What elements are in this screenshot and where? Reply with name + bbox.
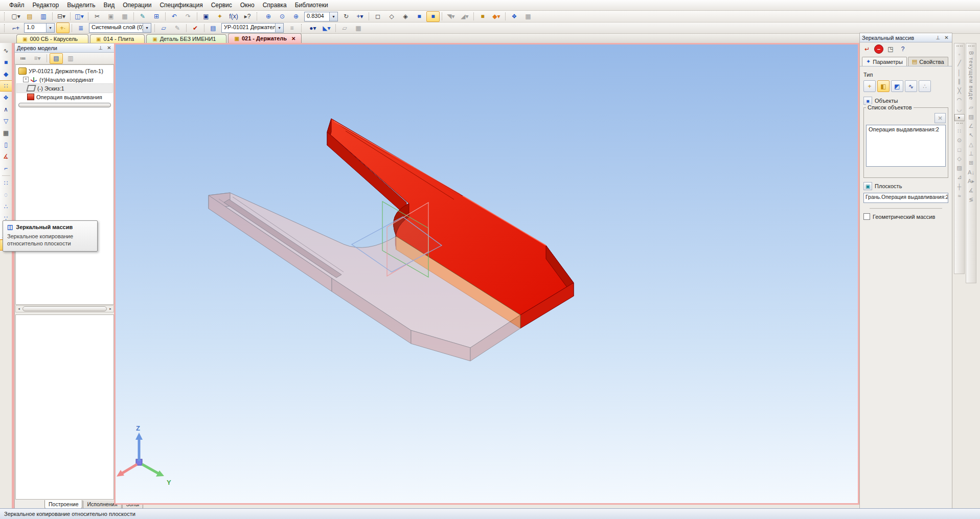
delete-object-button[interactable]: ✕ bbox=[935, 113, 946, 123]
display-hidden-thin-button[interactable]: ◈ bbox=[399, 11, 412, 22]
triangle-check-icon[interactable]: △ bbox=[967, 140, 976, 149]
pan-view-button[interactable]: +▾ bbox=[353, 11, 367, 22]
filter-icon[interactable]: ▽ bbox=[0, 116, 13, 127]
fx-button[interactable]: f(x) bbox=[227, 11, 240, 22]
tree-item-sketch[interactable]: (-) Эскиз:1 bbox=[17, 84, 112, 93]
tree-extra-button[interactable]: ▥ bbox=[64, 53, 77, 64]
type-mirror-operation-button[interactable]: ◩ bbox=[891, 80, 903, 92]
parallel-tool-icon[interactable]: ∥ bbox=[955, 77, 964, 86]
surfaces-icon[interactable]: ❖ bbox=[0, 92, 13, 103]
rebuild-button[interactable]: ❖ bbox=[508, 11, 521, 22]
fillet-tool-icon[interactable]: ◡ bbox=[955, 105, 964, 114]
arc-tool-icon[interactable]: ◠ bbox=[955, 96, 964, 104]
text-angle-icon[interactable]: A▸ bbox=[967, 177, 976, 186]
tree-item-extrusion[interactable]: Операция выдавливания bbox=[17, 93, 112, 101]
measure-icon[interactable]: ∡ bbox=[0, 151, 13, 162]
tree-structure-button[interactable]: ≔ bbox=[16, 53, 30, 64]
check-document-button[interactable]: ✔ bbox=[189, 22, 202, 33]
point-tool-icon[interactable]: ◦ bbox=[955, 50, 964, 58]
hide-components-button[interactable]: ◥▾ bbox=[444, 11, 458, 22]
spline-tool-icon[interactable]: ∿ bbox=[0, 45, 13, 56]
paste-button[interactable]: ▦ bbox=[118, 11, 131, 22]
doc-tab-plita[interactable]: ▣ 014 - Плита bbox=[90, 34, 145, 43]
type-snap-button[interactable]: + bbox=[863, 80, 876, 92]
tab-parameters[interactable]: ✦ Параметры bbox=[862, 57, 907, 66]
tree-composition-button[interactable]: ▤ bbox=[50, 53, 63, 64]
face-icon[interactable]: ◆ bbox=[0, 69, 13, 80]
3d-viewport-scene[interactable]: Z X Y bbox=[116, 44, 858, 503]
cross-tool-icon[interactable]: ┼ bbox=[955, 182, 964, 191]
normal-to-button[interactable]: ◣▾ bbox=[320, 22, 333, 33]
model-list-button[interactable]: ≡ bbox=[285, 22, 299, 33]
display-shaded-button[interactable]: ■ bbox=[413, 11, 426, 22]
array-along-curve-icon[interactable]: ∴ bbox=[0, 201, 13, 212]
circle-tool-icon[interactable]: ⊙ bbox=[955, 136, 964, 145]
pin-icon[interactable]: ⊥ bbox=[97, 45, 104, 51]
menu-libraries[interactable]: Библиотеки bbox=[291, 1, 332, 10]
frame-dimension-icon[interactable]: ⊞ bbox=[967, 159, 976, 167]
menu-service[interactable]: Сервис bbox=[207, 1, 236, 10]
arrays-category-button[interactable]: ∷ bbox=[0, 80, 13, 92]
scroll-left-icon[interactable]: ◂ bbox=[16, 307, 22, 311]
notebook-icon[interactable]: ▯ bbox=[0, 139, 13, 150]
zoom-by-frame-button[interactable]: ⊕ bbox=[262, 11, 275, 22]
tab-close-button[interactable]: ✕ bbox=[291, 36, 295, 41]
expander-icon[interactable]: + bbox=[23, 77, 29, 82]
geometric-array-checkbox[interactable] bbox=[863, 213, 870, 220]
doc-properties-button[interactable]: ▤ bbox=[207, 22, 220, 33]
cross-line-tool-icon[interactable]: ╳ bbox=[955, 86, 964, 95]
units-grid-button[interactable]: ▦ bbox=[352, 22, 365, 33]
show-frame-button[interactable]: ◳ bbox=[885, 44, 896, 54]
current-layer-combo[interactable]: Системный слой (0) ▾ bbox=[89, 23, 151, 33]
doc-tab-karusel[interactable]: ▣ 000 СБ - Карусель bbox=[16, 34, 88, 43]
redo-button[interactable]: ↷ bbox=[181, 11, 195, 22]
tree-item-origin[interactable]: + (т)Начало координат bbox=[17, 75, 112, 84]
solid-body-icon[interactable]: ■ bbox=[0, 57, 13, 68]
object-listbox[interactable]: Операция выдавливания:2 bbox=[866, 125, 946, 167]
menu-file[interactable]: Файл bbox=[5, 1, 29, 10]
bottom-tab-construction[interactable]: Построение bbox=[44, 500, 82, 509]
type-mirror-body-button[interactable]: ◧ bbox=[877, 80, 890, 92]
line-tool-icon[interactable]: ╱ bbox=[955, 59, 964, 67]
display-wireframe-button[interactable]: ◻ bbox=[371, 11, 384, 22]
doc-tab-derzhatel[interactable]: ▣ 021 - Держатель ✕ bbox=[228, 33, 302, 43]
angle-dimension-icon[interactable]: ∠ bbox=[967, 122, 976, 130]
copy-button[interactable]: ▣ bbox=[104, 11, 118, 22]
type-curve-button[interactable]: ∿ bbox=[905, 80, 917, 92]
auxiliary-geometry-icon[interactable]: ∧ bbox=[0, 104, 13, 115]
open-document-button[interactable]: ▤ bbox=[23, 11, 36, 22]
layers-button[interactable]: ≣ bbox=[74, 22, 87, 33]
spreadsheet-button[interactable]: ⊞ bbox=[150, 11, 163, 22]
variables-button[interactable]: ▣ bbox=[199, 11, 213, 22]
chamfer-tool-icon[interactable]: ⊿ bbox=[955, 173, 964, 182]
3d-viewport[interactable]: Z X Y bbox=[114, 43, 859, 505]
chevron-down-icon[interactable]: ▾ bbox=[46, 24, 54, 32]
reference-button[interactable]: ✦ bbox=[213, 11, 226, 22]
unfold-button[interactable]: ◆▾ bbox=[490, 11, 503, 22]
array-grid-icon[interactable]: ∷ bbox=[0, 177, 13, 189]
create-object-button[interactable]: ↵ bbox=[862, 44, 872, 54]
print-button[interactable]: ⊟▾ bbox=[55, 11, 68, 22]
type-tree-button[interactable]: ∴ bbox=[919, 80, 931, 92]
hide-objects-button[interactable]: ◢▾ bbox=[458, 11, 471, 22]
more-tools-flyout-button[interactable]: ▸ bbox=[954, 114, 965, 121]
save-button[interactable]: ▥ bbox=[37, 11, 50, 22]
current-part-combo[interactable]: УР-01021 Держател ▾ bbox=[221, 23, 284, 33]
close-icon[interactable]: ✕ bbox=[106, 45, 112, 51]
text-down-icon[interactable]: A↓ bbox=[967, 168, 976, 176]
array-circular-icon[interactable]: ◌ bbox=[0, 189, 13, 200]
copy-properties-button[interactable]: ✎ bbox=[136, 11, 149, 22]
hatch-region-icon[interactable]: ▨ bbox=[967, 112, 976, 121]
doc-tab-unnamed[interactable]: ▣ Деталь БЕЗ ИМЕНИ1 bbox=[146, 34, 226, 43]
menu-help[interactable]: Справка bbox=[259, 1, 291, 10]
grid-button[interactable]: ▦ bbox=[521, 11, 535, 22]
display-hidden-removed-button[interactable]: ◇ bbox=[385, 11, 398, 22]
zoom-dynamic-button[interactable]: ⊙ bbox=[276, 11, 289, 22]
local-csys-button[interactable]: ▱ bbox=[157, 22, 170, 33]
new-document-button[interactable]: ▢▾ bbox=[9, 11, 22, 22]
trim-tool-icon[interactable]: ≈ bbox=[955, 191, 964, 200]
menu-select[interactable]: Выделить bbox=[63, 1, 99, 10]
scroll-right-icon[interactable]: ▸ bbox=[107, 307, 113, 311]
arc-dimension-icon[interactable]: ∡ bbox=[967, 186, 976, 195]
polygon-tool-icon[interactable]: ◇ bbox=[955, 154, 964, 163]
